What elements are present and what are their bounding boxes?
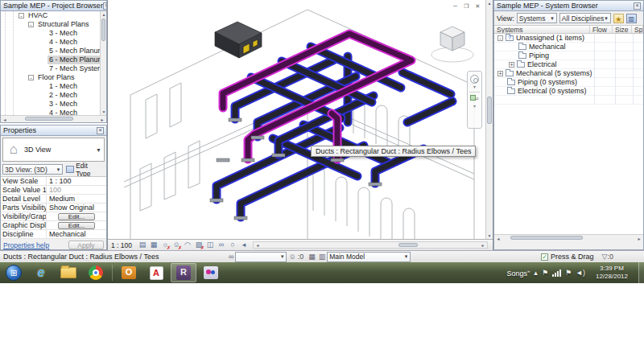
- property-row[interactable]: Visibility/Grap...Edit...: [1, 212, 106, 221]
- scroll-right-icon[interactable]: ►: [636, 237, 642, 241]
- property-value[interactable]: Medium: [47, 195, 106, 203]
- scroll-thumb[interactable]: [398, 243, 418, 247]
- scroll-down-icon[interactable]: ▼: [101, 109, 106, 114]
- project-browser-tree[interactable]: -HVAC-Structural Plans3 - Mech4 - Mech5 …: [1, 11, 106, 115]
- scroll-thumb[interactable]: [487, 97, 492, 124]
- column-settings-icon[interactable]: ▥: [626, 14, 637, 23]
- action-center-icon[interactable]: ⚑: [542, 269, 548, 277]
- edit-button[interactable]: Edit...: [58, 213, 95, 220]
- restore-icon[interactable]: ❐: [463, 3, 470, 10]
- taskbar-internet-explorer[interactable]: e: [28, 263, 54, 282]
- view-combobox[interactable]: Systems ▾: [517, 13, 557, 23]
- autofit-columns-icon[interactable]: ★: [613, 14, 624, 23]
- press-and-drag-control[interactable]: ✓ Press & Drag: [541, 253, 594, 261]
- taskbar-adobe-reader[interactable]: A: [143, 263, 169, 282]
- discipline-combobox[interactable]: All Disciplines ▾: [559, 13, 611, 23]
- system-tree-item[interactable]: Electrical (0 systems): [494, 87, 643, 96]
- edit-button[interactable]: Edit...: [58, 222, 95, 229]
- system-browser-tree[interactable]: -?Unassigned (1 items)MechanicalPiping+E…: [494, 34, 643, 241]
- chevron-down-icon[interactable]: ▾: [473, 84, 476, 90]
- property-row[interactable]: View Scale1 : 100: [1, 177, 106, 186]
- property-row[interactable]: Scale Value 1:100: [1, 186, 106, 195]
- taskbar-revit[interactable]: R: [171, 263, 196, 282]
- taskbar-outlook[interactable]: O: [116, 263, 142, 282]
- volume-icon[interactable]: ◄): [576, 269, 585, 277]
- network-icon[interactable]: [552, 269, 561, 277]
- tree-item[interactable]: -HVAC: [1, 11, 106, 20]
- show-desktop-button[interactable]: [638, 262, 644, 283]
- taskbar-windows-explorer[interactable]: [56, 263, 81, 282]
- tree-expander-icon[interactable]: +: [497, 71, 503, 76]
- scroll-up-icon[interactable]: ▲: [486, 1, 493, 6]
- system-tree-item[interactable]: +Electrical: [494, 60, 643, 69]
- scroll-right-icon[interactable]: ►: [480, 243, 486, 248]
- project-browser-hscrollbar[interactable]: ◄ ►: [1, 115, 106, 122]
- start-button[interactable]: ⊞: [1, 263, 27, 282]
- sun-path-icon[interactable]: ☼✗: [160, 241, 170, 249]
- tree-item[interactable]: 7 - Mech Syster: [1, 64, 106, 73]
- system-tree-item[interactable]: -?Unassigned (1 items): [494, 34, 643, 43]
- close-icon[interactable]: ✕: [634, 2, 641, 10]
- type-selector[interactable]: ⌂ 3D View ▼: [2, 138, 105, 162]
- tray-toolbar-label[interactable]: Songs»: [506, 269, 530, 278]
- properties-header[interactable]: Properties ✕: [1, 125, 106, 136]
- scroll-down-icon[interactable]: ▼: [486, 233, 493, 238]
- power-icon[interactable]: ⚑: [565, 269, 572, 277]
- viewport-vscrollbar[interactable]: ▲ ▼: [485, 0, 493, 239]
- close-icon[interactable]: ✕: [97, 127, 104, 134]
- temporary-hide-icon[interactable]: ∞: [217, 241, 226, 249]
- reveal-hidden-icon[interactable]: ○: [228, 241, 237, 249]
- project-browser-vscrollbar[interactable]: ▲ ▼: [100, 11, 106, 115]
- worksets-icon[interactable]: ∞: [229, 253, 233, 261]
- property-value[interactable]: Show Original: [47, 204, 106, 212]
- system-browser-header[interactable]: Sample MEP - System Browser ✕: [494, 1, 643, 11]
- show-rendering-icon[interactable]: ◠: [183, 241, 192, 249]
- taskbar-chrome[interactable]: [83, 263, 109, 282]
- close-icon[interactable]: ✕: [474, 3, 481, 10]
- scroll-thumb[interactable]: [25, 117, 73, 121]
- tree-expander-icon[interactable]: +: [509, 62, 514, 68]
- zoom-icon[interactable]: ⌕: [470, 94, 479, 103]
- tree-item[interactable]: 5 - Mech Planur: [1, 47, 106, 56]
- tree-item[interactable]: 3 - Mech: [1, 29, 106, 38]
- shadows-icon[interactable]: ☺✗: [171, 241, 181, 249]
- chevron-down-icon[interactable]: ▼: [93, 147, 104, 153]
- system-browser-hscrollbar[interactable]: ◄ ►: [494, 234, 643, 241]
- apply-button[interactable]: Apply: [68, 241, 104, 249]
- tree-item[interactable]: 1 - Mech: [1, 82, 106, 91]
- tree-expander-icon[interactable]: -: [28, 22, 34, 27]
- property-value[interactable]: Edit...: [47, 221, 106, 229]
- design-option-combobox[interactable]: Main Model ▾: [327, 252, 411, 262]
- tree-item[interactable]: -Floor Plans: [1, 73, 106, 82]
- close-icon[interactable]: ✕: [103, 2, 106, 10]
- expand-icon[interactable]: ◂: [239, 241, 249, 249]
- system-tree-item[interactable]: +Mechanical (5 systems): [494, 69, 643, 78]
- crop-view-icon[interactable]: ▧✗: [194, 241, 204, 249]
- tree-expander-icon[interactable]: -: [19, 13, 24, 19]
- scroll-left-icon[interactable]: ◄: [254, 243, 261, 248]
- system-tree-item[interactable]: Mechanical: [494, 43, 643, 51]
- property-value[interactable]: 100: [47, 186, 106, 194]
- tree-item[interactable]: -Structural Plans: [1, 20, 106, 29]
- tree-item[interactable]: 6 - Mech Planur: [1, 56, 106, 64]
- scroll-up-icon[interactable]: ▲: [101, 12, 106, 17]
- system-tree-item[interactable]: Piping (0 systems): [494, 78, 643, 87]
- taskbar-paint[interactable]: [198, 263, 224, 282]
- property-value[interactable]: Mechanical: [47, 230, 106, 238]
- property-row[interactable]: Detail LevelMedium: [1, 195, 106, 204]
- hidden-icons-button[interactable]: ▴: [534, 269, 538, 277]
- tree-item[interactable]: 2 - Mech: [1, 91, 106, 100]
- design-options-edit-icon[interactable]: ▥: [319, 253, 326, 261]
- workset-combobox[interactable]: ▾: [235, 252, 287, 262]
- property-value[interactable]: Edit...: [47, 212, 106, 220]
- clock[interactable]: 3:39 PM 12/28/2012: [589, 265, 634, 281]
- scale-button[interactable]: 1 : 100: [111, 241, 132, 249]
- scroll-thumb[interactable]: [101, 19, 105, 41]
- editing-requests-icon[interactable]: ☺: [288, 253, 295, 261]
- visual-style-icon[interactable]: ▦: [149, 241, 159, 249]
- property-row[interactable]: Graphic Displ...Edit...: [1, 221, 106, 230]
- tree-item[interactable]: 4 - Mech: [1, 109, 106, 115]
- chevron-down-icon[interactable]: ▾: [473, 103, 476, 109]
- tree-item[interactable]: 4 - Mech: [1, 38, 106, 47]
- project-browser-header[interactable]: Sample MEP - Project Browser ✕: [1, 1, 106, 11]
